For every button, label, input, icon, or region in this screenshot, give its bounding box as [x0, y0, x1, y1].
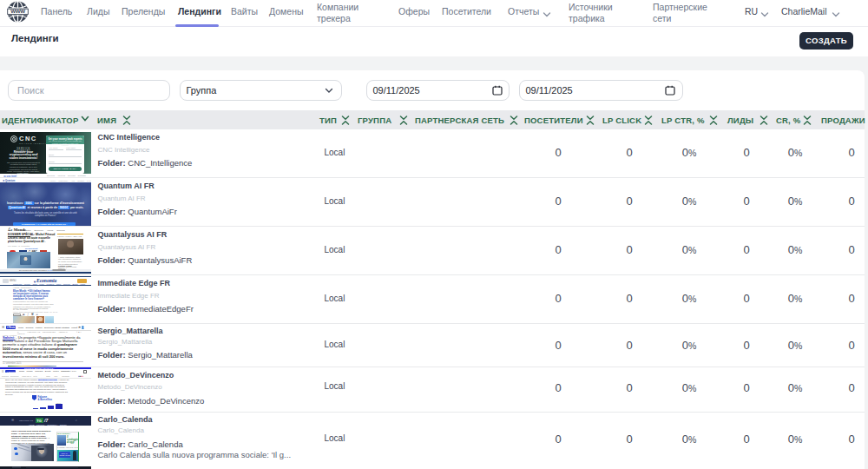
svg-text:WWW: WWW [10, 8, 25, 14]
